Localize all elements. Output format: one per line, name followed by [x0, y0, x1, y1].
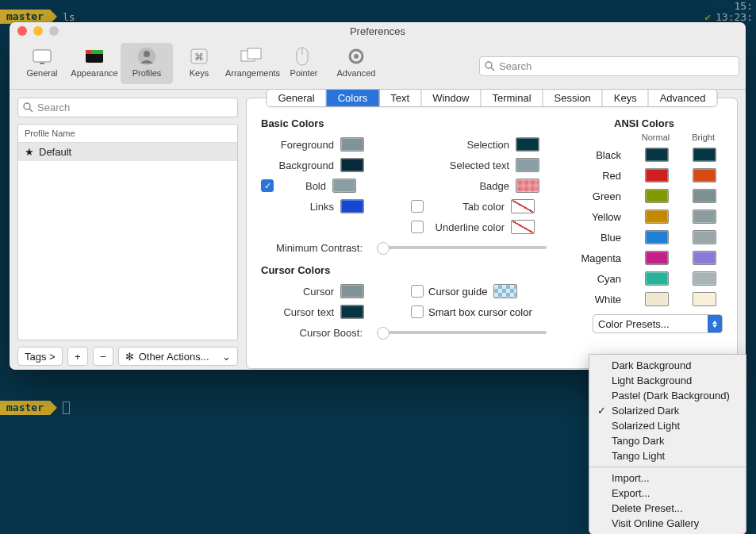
preset-item[interactable]: Pastel (Dark Background) [589, 388, 746, 403]
ansi-bright-swatch[interactable] [693, 209, 716, 224]
tab-keys[interactable]: Keys [603, 90, 649, 106]
tab-terminal[interactable]: Terminal [481, 90, 543, 106]
ansi-normal-swatch[interactable] [645, 189, 669, 203]
cursor-guide-label: Cursor guide [428, 286, 487, 298]
cursor-label: Cursor [261, 286, 334, 298]
ansi-normal-swatch[interactable] [645, 209, 669, 224]
color-presets-dropdown: Dark BackgroundLight BackgroundPastel (D… [589, 354, 746, 534]
tab-advanced[interactable]: Advanced [649, 90, 717, 106]
ansi-bright-swatch[interactable] [693, 292, 716, 306]
smart-box-label: Smart box cursor color [428, 306, 532, 318]
ansi-row: Yellow [566, 206, 723, 227]
tab-color-checkbox[interactable] [411, 200, 424, 213]
preset-item[interactable]: Light Background [589, 373, 746, 388]
badge-swatch[interactable] [516, 179, 539, 193]
remove-profile-button[interactable]: − [93, 347, 113, 366]
svg-rect-0 [33, 50, 51, 62]
links-swatch[interactable] [340, 199, 364, 213]
basic-colors-title: Basic Colors [261, 117, 547, 129]
color-presets-select[interactable]: Color Presets... [593, 314, 723, 333]
terminal-command: ls [63, 11, 75, 23]
min-contrast-slider[interactable] [377, 246, 547, 249]
cursor-guide-swatch[interactable] [493, 284, 517, 298]
selection-label: Selection [411, 139, 509, 151]
tab-color-swatch[interactable] [511, 199, 535, 213]
foreground-label: Foreground [261, 139, 334, 151]
ansi-normal-swatch[interactable] [645, 271, 669, 286]
add-profile-button[interactable]: + [67, 347, 88, 366]
underline-color-swatch[interactable] [511, 220, 535, 234]
foreground-swatch[interactable] [340, 137, 364, 152]
ansi-row: Red [566, 165, 723, 186]
terminal-time: ✔13:23: [704, 11, 753, 23]
tags-button[interactable]: Tags > [17, 347, 63, 366]
toolbar-search-input[interactable]: Search [479, 56, 739, 76]
preset-item[interactable]: Tango Dark [589, 433, 746, 448]
bold-swatch[interactable] [332, 179, 356, 193]
preset-item[interactable]: Solarized Dark [589, 403, 746, 418]
ansi-bright-swatch[interactable] [693, 168, 716, 182]
badge-label: Badge [411, 180, 509, 192]
ansi-bright-swatch[interactable] [693, 251, 716, 265]
toolbar: General Appearance Profiles ⌘ Keys Arran… [10, 40, 746, 90]
ansi-bright-swatch[interactable] [693, 148, 716, 162]
selected-text-label: Selected text [411, 159, 509, 171]
tab-general[interactable]: General [267, 90, 326, 106]
toolbar-item-appearance[interactable]: Appearance [68, 43, 121, 84]
tab-text[interactable]: Text [379, 90, 421, 106]
tab-session[interactable]: Session [543, 90, 603, 106]
preset-action[interactable]: Export... [589, 486, 746, 501]
preset-item[interactable]: Tango Light [589, 448, 746, 463]
git-branch-badge: master [0, 401, 50, 415]
profile-list[interactable]: Profile Name ★ Default [17, 124, 238, 340]
selected-text-swatch[interactable] [516, 158, 539, 172]
preset-action[interactable]: Import... [589, 471, 746, 486]
underline-color-label: Underline color [428, 221, 505, 233]
titlebar: Preferences [10, 22, 746, 40]
cursor-boost-slider[interactable] [377, 331, 547, 334]
tab-window[interactable]: Window [421, 90, 481, 106]
cursor-text-swatch[interactable] [340, 305, 364, 319]
preset-action[interactable]: Visit Online Gallery [589, 516, 746, 531]
ansi-bright-swatch[interactable] [693, 189, 716, 203]
ansi-row: Blue [566, 227, 723, 248]
profile-search-input[interactable]: Search [17, 98, 238, 117]
profile-name: Default [39, 146, 71, 158]
ansi-bright-swatch[interactable] [693, 271, 716, 286]
toolbar-item-general[interactable]: General [16, 43, 68, 84]
preset-action[interactable]: Delete Preset... [589, 501, 746, 516]
svg-rect-4 [86, 50, 91, 54]
other-actions-select[interactable]: ✻ Other Actions... ⌄ [118, 347, 238, 366]
cursor-swatch[interactable] [340, 284, 364, 298]
ansi-normal-swatch[interactable] [645, 230, 669, 244]
ansi-normal-swatch[interactable] [645, 292, 669, 306]
toolbar-item-pointer[interactable]: Pointer [278, 43, 330, 84]
tab-colors[interactable]: Colors [327, 90, 380, 106]
keys-icon: ⌘ [186, 46, 212, 67]
preset-item[interactable]: Dark Background [589, 358, 746, 373]
ansi-label: Red [566, 170, 621, 182]
cursor-guide-checkbox[interactable] [411, 285, 424, 298]
smart-box-checkbox[interactable] [411, 305, 424, 318]
toolbar-item-profiles[interactable]: Profiles [121, 43, 173, 84]
ansi-normal-swatch[interactable] [645, 251, 669, 265]
selection-swatch[interactable] [516, 137, 539, 152]
preset-item[interactable]: Solarized Light [589, 418, 746, 433]
links-label: Links [261, 201, 334, 213]
ansi-bright-swatch[interactable] [693, 230, 716, 244]
terminal-time: 15: [735, 0, 753, 12]
background-label: Background [261, 159, 334, 171]
ansi-normal-swatch[interactable] [645, 148, 669, 162]
ansi-row: Cyan [566, 268, 723, 289]
toolbar-item-advanced[interactable]: Advanced [330, 43, 382, 84]
ansi-label: Green [566, 190, 621, 202]
toolbar-item-arrangements[interactable]: Arrangements [225, 43, 278, 84]
background-swatch[interactable] [340, 158, 364, 172]
toolbar-item-keys[interactable]: ⌘ Keys [173, 43, 225, 84]
svg-point-14 [354, 54, 359, 59]
ansi-normal-swatch[interactable] [645, 168, 669, 182]
profile-tabs: General Colors Text Window Terminal Sess… [266, 89, 717, 107]
profile-row[interactable]: ★ Default [18, 143, 237, 161]
bold-checkbox[interactable]: ✓ [261, 179, 274, 192]
underline-color-checkbox[interactable] [411, 221, 424, 233]
